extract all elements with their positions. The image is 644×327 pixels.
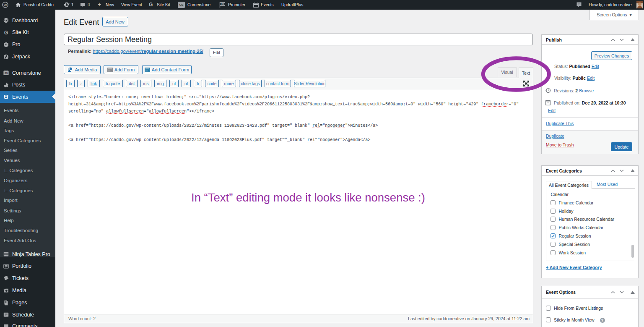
svg-text:G: G — [4, 30, 8, 35]
svg-text:P: P — [221, 3, 223, 5]
svg-text:CS: CS — [5, 72, 8, 74]
svg-text:W: W — [3, 3, 7, 7]
